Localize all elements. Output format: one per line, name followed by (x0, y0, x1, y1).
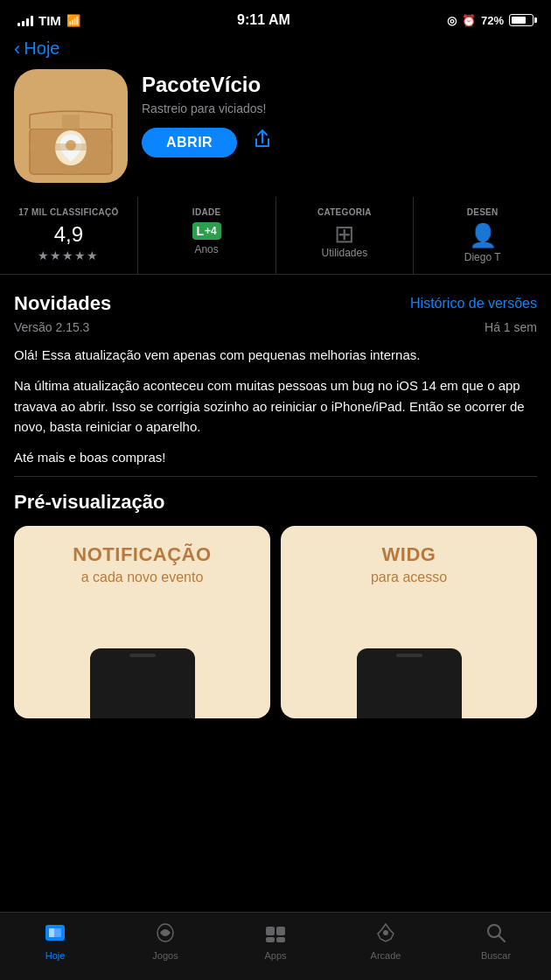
preview-card-2-sub: para acesso (295, 570, 523, 585)
nav-item-arcade[interactable]: Arcade (331, 920, 441, 962)
stat-ratings: 17 MIL CLASSIFICAÇÕ 4,9 ★★★★★ (0, 197, 138, 274)
svg-rect-11 (266, 937, 275, 942)
preview-card-1-sub: a cada novo evento (28, 570, 256, 585)
svg-line-15 (499, 936, 506, 942)
nav-item-buscar[interactable]: Buscar (441, 920, 551, 962)
novidades-p2: Na última atualização aconteceu com muit… (14, 375, 537, 437)
age-sub: Anos (147, 243, 267, 256)
version-row: Versão 2.15.3 Há 1 sem (14, 320, 537, 334)
status-left: TIM 📶 (17, 13, 80, 28)
back-button[interactable]: ‹ Hoje (0, 35, 551, 69)
games-icon (154, 921, 177, 948)
app-subtitle: Rastreio para viciados! (142, 102, 537, 116)
history-link[interactable]: Histórico de versões (410, 296, 537, 312)
preview-card-1: NOTIFICAÇÃO a cada novo evento (14, 526, 270, 718)
novidades-p3: Até mais e boas compras! (14, 447, 537, 467)
preview-images: NOTIFICAÇÃO a cada novo evento WIDG para… (14, 526, 537, 718)
svg-rect-10 (276, 927, 285, 935)
novidades-section: Novidades Histórico de versões Versão 2.… (0, 275, 551, 476)
search-icon (485, 921, 507, 948)
share-button[interactable] (251, 128, 274, 157)
age-value: +4 (205, 225, 217, 237)
preview-card-1-text: NOTIFICAÇÃO a cada novo evento (14, 526, 270, 596)
dev-name: Diego T (422, 251, 542, 263)
location-icon: ◎ (447, 14, 457, 27)
preview-card-2-heading: WIDG (295, 543, 523, 566)
ratings-stars: ★★★★★ (9, 248, 129, 262)
battery-percent: 72% (481, 14, 504, 27)
chevron-left-icon: ‹ (14, 39, 20, 59)
nav-label-jogos: Jogos (152, 950, 178, 961)
app-name: PacoteVício (142, 73, 537, 98)
nav-item-jogos[interactable]: Jogos (110, 920, 220, 962)
novidades-p1: Olá! Essa atualização vem apenas com peq… (14, 345, 537, 365)
signal-bars (17, 15, 33, 26)
nav-label-arcade: Arcade (371, 950, 401, 961)
open-button[interactable]: ABRIR (142, 128, 237, 158)
stat-developer: DESEN 👤 Diego T (414, 197, 551, 274)
svg-rect-5 (30, 144, 112, 150)
calculator-icon: ⊞ (285, 222, 405, 247)
stat-category: CATEGORIA ⊞ Utilidades (276, 197, 415, 274)
today-icon (44, 921, 66, 948)
arcade-icon (374, 921, 397, 948)
svg-point-13 (383, 930, 388, 935)
stats-row: 17 MIL CLASSIFICAÇÕ 4,9 ★★★★★ IDADE L +4… (0, 197, 551, 275)
time-label: 9:11 AM (237, 12, 290, 28)
app-actions: ABRIR (142, 128, 537, 158)
status-right: ◎ ⏰ 72% (447, 14, 534, 27)
ratings-label: 17 MIL CLASSIFICAÇÕ (9, 207, 129, 217)
nav-label-buscar: Buscar (481, 950, 511, 961)
preview-title: Pré-visualização (14, 491, 537, 514)
carrier-label: TIM (38, 13, 61, 28)
apps-icon (264, 921, 287, 948)
preview-card-1-heading: NOTIFICAÇÃO (28, 543, 256, 566)
battery-icon (509, 14, 534, 26)
back-label: Hoje (24, 38, 59, 59)
age-label: IDADE (147, 207, 267, 217)
preview-card-2: WIDG para acesso (281, 526, 537, 718)
preview-phone-1 (90, 648, 195, 718)
preview-card-2-text: WIDG para acesso (281, 526, 537, 596)
novidades-text: Olá! Essa atualização vem apenas com peq… (14, 345, 537, 467)
nav-label-hoje: Hoje (45, 950, 66, 961)
dev-label: DESEN (422, 207, 542, 217)
app-info: PacoteVício Rastreio para viciados! ABRI… (142, 69, 537, 158)
ratings-value: 4,9 (9, 222, 129, 247)
app-header: PacoteVício Rastreio para viciados! ABRI… (0, 69, 551, 197)
category-sub: Utilidades (285, 247, 405, 259)
novidades-header: Novidades Histórico de versões (14, 292, 537, 315)
category-label: CATEGORIA (285, 207, 405, 217)
svg-rect-12 (276, 937, 285, 942)
age-badge: L +4 (192, 222, 221, 240)
nav-item-apps[interactable]: Apps (220, 920, 331, 962)
svg-rect-9 (266, 927, 275, 935)
nav-item-hoje[interactable]: Hoje (0, 920, 110, 962)
novidades-title: Novidades (14, 292, 111, 315)
alarm-icon: ⏰ (462, 14, 476, 27)
bottom-nav: Hoje Jogos Apps Arcade (0, 912, 551, 980)
svg-rect-8 (49, 928, 54, 937)
app-icon (14, 69, 128, 183)
preview-phone-2 (357, 648, 462, 718)
preview-section: Pré-visualização NOTIFICAÇÃO a cada novo… (0, 477, 551, 729)
status-bar: TIM 📶 9:11 AM ◎ ⏰ 72% (0, 0, 551, 35)
time-ago-label: Há 1 sem (485, 320, 537, 334)
stat-age: IDADE L +4 Anos (138, 197, 276, 274)
version-label: Versão 2.15.3 (14, 320, 89, 334)
nav-label-apps: Apps (264, 950, 286, 961)
wifi-icon: 📶 (66, 14, 80, 27)
